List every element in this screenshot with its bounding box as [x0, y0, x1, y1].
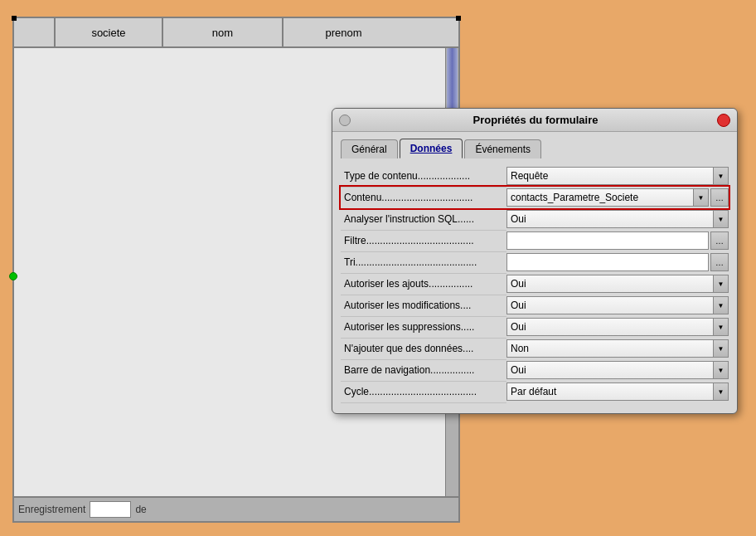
prop-row-barre-navigation: Barre de navigation................ Oui …: [341, 359, 729, 381]
select-wrapper-tri: …: [506, 253, 729, 271]
select-type-contenu[interactable]: Requête: [506, 167, 714, 185]
select-arrow-analyser[interactable]: ▼: [714, 210, 729, 228]
prop-row-contenu: Contenu.................................…: [341, 187, 729, 208]
dialog-titlebar: Propriétés du formulaire: [332, 109, 737, 132]
dialog-title: Propriétés du formulaire: [354, 114, 717, 126]
scrollbar-thumb[interactable]: [447, 48, 458, 115]
properties-dialog: Propriétés du formulaire Général Données…: [332, 108, 738, 414]
select-arrow-najouter-donnees[interactable]: ▼: [714, 339, 729, 358]
prop-row-tri: Tri.....................................…: [341, 251, 729, 273]
select-wrapper-barre-navigation: Oui ▼: [506, 361, 729, 379]
tab-donnees[interactable]: Données: [400, 139, 463, 158]
select-contenu[interactable]: contacts_Parametre_Societe: [506, 188, 694, 207]
table-header: societe nom prenom: [14, 18, 458, 48]
select-arrow-contenu[interactable]: ▼: [694, 188, 709, 207]
select-wrapper-autoriser-ajouts: Oui ▼: [506, 275, 729, 293]
prop-value-analyser: Oui ▼: [506, 208, 729, 230]
prop-value-autoriser-modifs: Oui ▼: [506, 295, 729, 316]
status-label-de: de: [135, 504, 146, 515]
prop-value-contenu: contacts_Parametre_Societe ▼ …: [506, 187, 729, 208]
prop-row-cycle: Cycle...................................…: [341, 381, 729, 402]
prop-value-tri: …: [506, 251, 729, 273]
select-autoriser-ajouts[interactable]: Oui: [506, 275, 714, 293]
prop-label-contenu: Contenu.................................: [341, 187, 506, 208]
select-wrapper-analyser: Oui ▼: [506, 210, 729, 228]
prop-row-type-contenu: Type de contenu................... Requê…: [341, 165, 729, 187]
select-arrow-autoriser-suppr[interactable]: ▼: [714, 318, 729, 336]
select-barre-navigation[interactable]: Oui: [506, 361, 714, 379]
select-arrow-barre-navigation[interactable]: ▼: [714, 361, 729, 379]
prop-label-tri: Tri.....................................…: [341, 251, 506, 273]
prop-value-type-contenu: Requête ▼: [506, 165, 729, 187]
prop-row-autoriser-suppr: Autoriser les suppressions..... Oui ▼: [341, 316, 729, 338]
input-tri[interactable]: [506, 253, 709, 271]
minimize-button[interactable]: [339, 115, 351, 126]
prop-value-cycle: Par défaut ▼: [506, 381, 729, 402]
input-filtre[interactable]: [506, 231, 709, 250]
tab-general[interactable]: Général: [341, 139, 398, 158]
select-wrapper-najouter-donnees: Non ▼: [506, 339, 729, 358]
prop-label-barre-navigation: Barre de navigation................: [341, 359, 506, 381]
close-button[interactable]: [717, 114, 730, 127]
tab-bar: Général Données Événements: [341, 139, 729, 158]
dialog-body: Général Données Événements Type de conte…: [332, 132, 737, 413]
record-indicator: [9, 272, 17, 280]
select-wrapper-autoriser-suppr: Oui ▼: [506, 318, 729, 336]
prop-label-filtre: Filtre..................................…: [341, 230, 506, 251]
prop-row-najouter-donnees: N'ajouter que des données.... Non ▼: [341, 338, 729, 359]
select-cycle[interactable]: Par défaut: [506, 383, 714, 401]
tab-evenements[interactable]: Événements: [464, 139, 541, 158]
select-autoriser-suppr[interactable]: Oui: [506, 318, 714, 336]
prop-value-barre-navigation: Oui ▼: [506, 359, 729, 381]
prop-value-autoriser-ajouts: Oui ▼: [506, 273, 729, 295]
status-bar: Enregistrement de: [14, 496, 458, 521]
select-najouter-donnees[interactable]: Non: [506, 339, 714, 358]
select-autoriser-modifs[interactable]: Oui: [506, 296, 714, 314]
prop-row-analyser: Analyser l'instruction SQL...... Oui ▼: [341, 208, 729, 230]
select-wrapper-filtre: …: [506, 231, 729, 250]
prop-label-autoriser-ajouts: Autoriser les ajouts................: [341, 273, 506, 295]
select-arrow-cycle[interactable]: ▼: [714, 383, 729, 401]
select-analyser[interactable]: Oui: [506, 210, 714, 228]
prop-value-najouter-donnees: Non ▼: [506, 338, 729, 359]
prop-label-najouter-donnees: N'ajouter que des données....: [341, 338, 506, 359]
anchor-tr: [456, 16, 461, 21]
select-arrow-autoriser-ajouts[interactable]: ▼: [714, 275, 729, 293]
col-prenom: prenom: [284, 18, 404, 46]
prop-label-autoriser-modifs: Autoriser les modifications....: [341, 295, 506, 316]
prop-label-autoriser-suppr: Autoriser les suppressions.....: [341, 316, 506, 338]
select-wrapper-type-contenu: Requête ▼: [506, 167, 729, 185]
select-arrow-autoriser-modifs[interactable]: ▼: [714, 296, 729, 314]
select-wrapper-autoriser-modifs: Oui ▼: [506, 296, 729, 314]
prop-row-autoriser-ajouts: Autoriser les ajouts................ Oui…: [341, 273, 729, 295]
prop-row-filtre: Filtre..................................…: [341, 230, 729, 251]
properties-table: Type de contenu................... Requê…: [341, 165, 729, 403]
select-wrapper-contenu: contacts_Parametre_Societe ▼ …: [506, 188, 729, 207]
prop-value-filtre: …: [506, 230, 729, 251]
browse-button-contenu[interactable]: …: [710, 188, 729, 207]
select-arrow-type-contenu[interactable]: ▼: [714, 167, 729, 185]
prop-value-autoriser-suppr: Oui ▼: [506, 316, 729, 338]
anchor-tl: [12, 16, 17, 21]
prop-row-autoriser-modifs: Autoriser les modifications.... Oui ▼: [341, 295, 729, 316]
select-wrapper-cycle: Par défaut ▼: [506, 383, 729, 401]
prop-label-cycle: Cycle...................................…: [341, 381, 506, 402]
col-nom: nom: [163, 18, 284, 46]
browse-button-tri[interactable]: …: [710, 253, 729, 271]
browse-button-filtre[interactable]: …: [710, 231, 729, 250]
record-number-input[interactable]: [90, 501, 131, 518]
status-label-enregistrement: Enregistrement: [18, 504, 85, 515]
col-check: [14, 18, 56, 46]
prop-label-type-contenu: Type de contenu...................: [341, 165, 506, 187]
col-societe: societe: [56, 18, 163, 46]
prop-label-analyser: Analyser l'instruction SQL......: [341, 208, 506, 230]
